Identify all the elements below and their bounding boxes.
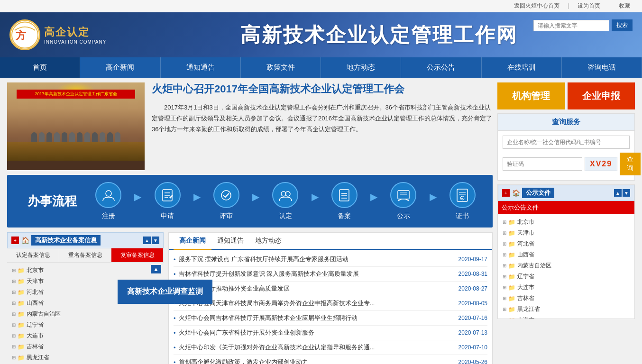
search-area: 搜索 bbox=[533, 19, 633, 31]
pub-region-hebei[interactable]: ⊞ 📁 河北省 bbox=[503, 238, 630, 249]
nav-item-notice[interactable]: 通知通告 bbox=[161, 57, 241, 78]
pub-region-dalian[interactable]: ⊞ 📁 大连市 bbox=[503, 282, 630, 293]
news-item-0: • 服务下沉 摆摊设点 广东省科技厅持续开展高企专家服务团活动 2020-09-… bbox=[174, 252, 487, 267]
action-buttons: 机构管理 企业申报 bbox=[497, 82, 635, 109]
filing-tab-certify[interactable]: 认定备案信息 bbox=[7, 248, 59, 262]
region-jilin[interactable]: ⊞ 📁 吉林省 bbox=[12, 341, 159, 352]
news-item-5: • 火炬中心会同广东省科技厅开展外资企业创新服务 2020-07-13 bbox=[174, 326, 487, 340]
news-title-3[interactable]: 火炬中心会同天津市科技局市商务局举办外资企业申报高新技术企业专... bbox=[179, 299, 454, 308]
pub-region-beijing[interactable]: ⊞ 📁 北京市 bbox=[503, 217, 630, 228]
filing-tab-rename[interactable]: 重名备案信息 bbox=[59, 248, 111, 262]
news-tab-1[interactable]: 通知通告 bbox=[211, 233, 249, 249]
right-column: 机构管理 企业申报 查询服务 XV29 查 询 + bbox=[497, 82, 635, 364]
query-panel-title: 查询服务 bbox=[498, 114, 634, 131]
region-neimenggu[interactable]: ⊞ 📁 内蒙古自治区 bbox=[12, 309, 159, 319]
publish-flag-icon: 🏠 bbox=[512, 189, 520, 197]
search-input[interactable] bbox=[533, 20, 609, 31]
step-certify[interactable]: 认定 bbox=[272, 182, 298, 220]
process-steps: 注册 ▶ 申请 bbox=[88, 182, 483, 220]
topbar-sep2 bbox=[607, 2, 613, 9]
search-button[interactable]: 搜索 bbox=[612, 19, 633, 31]
hero-title[interactable]: 火炬中心召开2017年全国高新技术企业认定管理工作会 bbox=[152, 82, 493, 96]
publish-expand-icon[interactable]: + bbox=[502, 189, 510, 197]
news-item-7: • 首创高企孵化激励政策，激发企业内部创业动力 2020-05-26 bbox=[174, 355, 487, 364]
main-nav: 首页 高企新闻 通知通告 政策文件 地方动态 公示公告 在线培训 咨询电话 bbox=[0, 57, 642, 78]
region-dalian[interactable]: ⊞ 📁 大连市 bbox=[12, 330, 159, 341]
step-file[interactable]: 备案 bbox=[331, 182, 358, 220]
arrow-1: ▶ bbox=[134, 191, 141, 212]
publish-tab-bar: 公示公告文件 bbox=[498, 201, 634, 214]
news-title-2[interactable]: 广东省科技厅推动推外资企业高质量发展 bbox=[179, 284, 454, 293]
overlay-tooltip[interactable]: 高新技术企业调查监测 bbox=[118, 280, 212, 304]
filing-tabs: 认定备案信息 重名备案信息 复审备案信息 bbox=[7, 248, 164, 263]
region-beijing[interactable]: ⊞ 📁 北京市 bbox=[12, 265, 159, 276]
pub-region-shanxi[interactable]: ⊞ 📁 山西省 bbox=[503, 249, 630, 260]
step-apply[interactable]: 申请 bbox=[155, 182, 181, 220]
query-button[interactable]: 查 询 bbox=[620, 153, 641, 175]
nav-item-training[interactable]: 在线培训 bbox=[482, 57, 562, 78]
region-heilongjiang[interactable]: ⊞ 📁 黑龙江省 bbox=[12, 352, 159, 363]
topbar-link-home[interactable]: 返回火炬中心首页 bbox=[514, 2, 559, 9]
nav-item-consult[interactable]: 咨询电话 bbox=[562, 57, 642, 78]
news-section: 高企新闻 通知通告 地方动态 • 服务下沉 摆摊设点 广东省科技厅持续开展高企专… bbox=[168, 232, 493, 364]
news-title-4[interactable]: 火炬中心会同吉林省科技厅开展高新技术企业应届毕业生招聘行动 bbox=[179, 314, 454, 322]
institution-btn[interactable]: 机构管理 bbox=[497, 82, 565, 109]
news-title-1[interactable]: 吉林省科技厅提升创新发展意识 深入服务高新技术企业高质量发展 bbox=[179, 270, 454, 278]
filing-collapse-btn[interactable]: ▲ bbox=[151, 265, 161, 273]
nav-item-home[interactable]: 首页 bbox=[0, 57, 80, 78]
arrow-4: ▶ bbox=[312, 191, 319, 212]
nav-item-public[interactable]: 公示公告 bbox=[401, 57, 481, 78]
captcha-input[interactable] bbox=[503, 157, 582, 171]
step-register[interactable]: 注册 bbox=[95, 182, 121, 220]
step-cert[interactable]: 证书 bbox=[449, 182, 476, 220]
filing-expand-icon[interactable]: + bbox=[11, 237, 19, 244]
news-title-6[interactable]: 火炬中心印发《关于加强对外资企业高新技术企业认定指导和服务的通... bbox=[179, 343, 454, 352]
news-date-6: 2020-07-10 bbox=[459, 344, 487, 351]
query-input[interactable] bbox=[503, 136, 630, 149]
filing-nav-up[interactable]: ▲ bbox=[143, 237, 151, 244]
enterprise-btn[interactable]: 企业申报 bbox=[568, 82, 635, 109]
topbar: 返回火炬中心首页 ｜ 设为首页 收藏 bbox=[0, 0, 642, 12]
news-date-0: 2020-09-17 bbox=[459, 256, 487, 263]
hero-body: 2017年3月1日和3日，全国高新技术企业认定管理工作会分别在广州和重庆召开。3… bbox=[152, 102, 493, 135]
news-title-0[interactable]: 服务下沉 摆摊设点 广东省科技厅持续开展高企专家服务团活动 bbox=[179, 255, 454, 264]
region-liaoning[interactable]: ⊞ 📁 辽宁省 bbox=[12, 319, 159, 330]
news-item-2: • 广东省科技厅推动推外资企业高质量发展 2020-08-27 bbox=[174, 282, 487, 296]
publish-nav-down[interactable]: ▼ bbox=[623, 189, 630, 197]
news-item-6: • 火炬中心印发《关于加强对外资企业高新技术企业认定指导和服务的通... 202… bbox=[174, 340, 487, 355]
pub-region-liaoning[interactable]: ⊞ 📁 辽宁省 bbox=[503, 271, 630, 282]
news-tab-0[interactable]: 高企新闻 bbox=[174, 233, 211, 250]
captcha-value: XV29 bbox=[585, 157, 617, 171]
pub-region-shanghai[interactable]: ⊞ 📁 上海市 bbox=[503, 315, 630, 318]
news-tab-2[interactable]: 地方动态 bbox=[249, 233, 287, 249]
pub-region-jilin[interactable]: ⊞ 📁 吉林省 bbox=[503, 293, 630, 304]
step-announce[interactable]: 公示 bbox=[390, 182, 416, 220]
nav-item-local[interactable]: 地方动态 bbox=[321, 57, 401, 78]
nav-item-policy[interactable]: 政策文件 bbox=[241, 57, 321, 78]
filing-nav-down[interactable]: ▼ bbox=[152, 237, 159, 244]
news-list: • 服务下沉 摆摊设点 广东省科技厅持续开展高企专家服务团活动 2020-09-… bbox=[169, 250, 492, 364]
logo-text: 高企认定 bbox=[44, 25, 106, 39]
logo-sub: INNOVATION COMPANY bbox=[44, 39, 106, 45]
pub-region-neimenggu[interactable]: ⊞ 📁 内蒙古自治区 bbox=[503, 260, 630, 271]
filing-tab-review[interactable]: 复审备案信息 bbox=[111, 248, 164, 262]
news-title-7[interactable]: 首创高企孵化激励政策，激发企业内部创业动力 bbox=[179, 358, 454, 364]
nav-item-news[interactable]: 高企新闻 bbox=[80, 57, 160, 78]
filing-header: + 🏠 高新技术企业备案信息 ▲ ▼ bbox=[7, 232, 164, 248]
news-title-5[interactable]: 火炬中心会同广东省科技厅开展外资企业创新服务 bbox=[179, 328, 454, 337]
header: 方 高企认定 INNOVATION COMPANY 高新技术企业认定管理工作网 … bbox=[0, 12, 642, 57]
query-body: XV29 查 询 bbox=[498, 131, 634, 180]
topbar-sep1: ｜ bbox=[566, 2, 571, 9]
publish-nav: ▲ ▼ bbox=[614, 189, 630, 197]
publish-tab[interactable]: 公示公告文件 bbox=[502, 204, 539, 211]
arrow-2: ▶ bbox=[193, 191, 201, 212]
publish-header: + 🏠 公示文件 ▲ ▼ bbox=[498, 185, 634, 201]
news-date-1: 2020-08-31 bbox=[459, 271, 487, 277]
pub-region-tianjin[interactable]: ⊞ 📁 天津市 bbox=[503, 228, 630, 238]
news-date-7: 2020-05-26 bbox=[459, 359, 487, 364]
step-review[interactable]: 评审 bbox=[213, 182, 239, 220]
publish-nav-up[interactable]: ▲ bbox=[614, 189, 622, 197]
topbar-link-bookmark[interactable]: 收藏 bbox=[619, 2, 630, 9]
pub-region-heilongjiang[interactable]: ⊞ 📁 黑龙江省 bbox=[503, 304, 630, 315]
topbar-link-sethome[interactable]: 设为首页 bbox=[578, 2, 600, 9]
